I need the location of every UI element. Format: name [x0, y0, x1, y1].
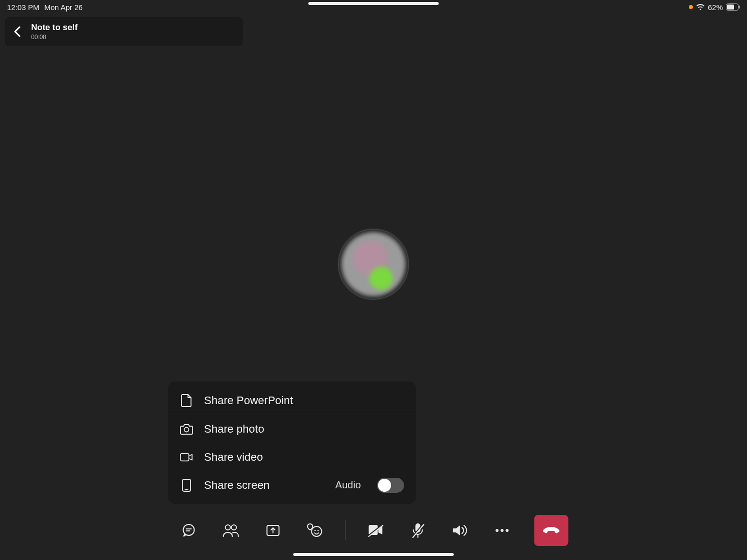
chat-button[interactable] — [179, 520, 199, 540]
battery-percent: 62% — [708, 3, 723, 12]
call-header-text: Note to self 00:08 — [31, 23, 78, 41]
camera-toggle-button[interactable] — [366, 520, 386, 540]
share-screen-row[interactable]: Share screen Audio — [168, 471, 416, 499]
reactions-icon — [307, 523, 323, 538]
hangup-button[interactable] — [534, 515, 569, 546]
call-timer: 00:08 — [31, 34, 78, 41]
call-header[interactable]: Note to self 00:08 — [5, 17, 243, 46]
share-photo-label: Share photo — [204, 423, 404, 436]
share-screen-label: Share screen — [204, 479, 324, 492]
audio-toggle[interactable] — [377, 478, 404, 493]
share-tray-icon — [266, 523, 281, 538]
call-title: Note to self — [31, 23, 78, 33]
svg-point-22 — [496, 529, 499, 532]
video-icon — [180, 451, 193, 464]
battery-icon — [726, 4, 740, 11]
share-button[interactable] — [263, 520, 283, 540]
recording-indicator-dot — [689, 5, 693, 9]
toolbar-divider — [345, 520, 346, 540]
audio-toggle-label: Audio — [335, 479, 361, 491]
status-left: 12:03 PM Mon Apr 26 — [7, 3, 83, 12]
mic-toggle-button[interactable] — [408, 520, 428, 540]
svg-point-3 — [184, 427, 189, 432]
svg-point-11 — [232, 525, 237, 530]
reactions-button[interactable] — [305, 520, 325, 540]
camera-off-icon — [367, 524, 385, 537]
avatar — [341, 232, 406, 296]
back-chevron-icon[interactable] — [11, 26, 23, 38]
share-powerpoint-row[interactable]: Share PowerPoint — [168, 387, 416, 415]
status-right: 62% — [689, 3, 740, 12]
svg-point-10 — [226, 525, 231, 530]
chat-icon — [181, 523, 197, 538]
status-date: Mon Apr 26 — [44, 3, 83, 12]
avatar-ring — [338, 229, 409, 300]
home-indicator-bottom[interactable] — [293, 553, 454, 556]
share-photo-row[interactable]: Share photo — [168, 415, 416, 443]
share-powerpoint-label: Share PowerPoint — [204, 394, 404, 407]
more-button[interactable] — [492, 520, 512, 540]
svg-rect-1 — [727, 5, 734, 10]
share-video-label: Share video — [204, 451, 404, 464]
speaker-button[interactable] — [450, 520, 470, 540]
phone-device-icon — [180, 479, 193, 492]
call-toolbar — [179, 515, 569, 546]
document-icon — [180, 394, 193, 407]
svg-point-23 — [501, 529, 504, 532]
speaker-icon — [452, 523, 468, 537]
people-button[interactable] — [221, 520, 241, 540]
mic-off-icon — [412, 522, 425, 538]
hangup-icon — [542, 526, 561, 535]
wifi-icon — [696, 4, 705, 11]
svg-point-14 — [314, 530, 316, 531]
audio-toggle-knob — [378, 479, 391, 492]
svg-point-24 — [506, 529, 509, 532]
ellipsis-icon — [495, 528, 509, 532]
svg-rect-4 — [180, 453, 189, 461]
home-indicator-top — [308, 2, 439, 5]
share-video-row[interactable]: Share video — [168, 443, 416, 471]
people-icon — [223, 523, 240, 537]
svg-rect-2 — [739, 6, 740, 9]
camera-icon — [180, 423, 193, 436]
status-time: 12:03 PM — [7, 3, 39, 12]
share-menu: Share PowerPoint Share photo Share video… — [168, 382, 416, 504]
svg-point-13 — [312, 526, 322, 536]
svg-point-15 — [317, 530, 319, 531]
